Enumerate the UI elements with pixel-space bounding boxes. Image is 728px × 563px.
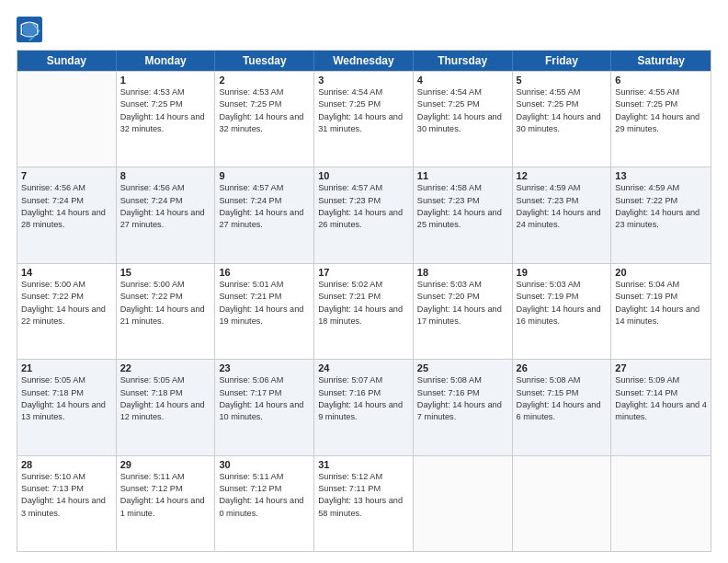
sunset-text: Sunset: 7:22 PM xyxy=(21,291,112,303)
day-cell-13: 13Sunrise: 4:59 AMSunset: 7:22 PMDayligh… xyxy=(611,167,711,262)
sunset-text: Sunset: 7:24 PM xyxy=(219,195,310,207)
daylight-text: Daylight: 14 hours and 1 minute. xyxy=(120,495,211,520)
sunrise-text: Sunrise: 4:56 AM xyxy=(21,182,112,194)
day-cell-19: 19Sunrise: 5:03 AMSunset: 7:19 PMDayligh… xyxy=(513,264,612,359)
sunrise-text: Sunrise: 5:10 AM xyxy=(21,471,112,483)
sunset-text: Sunset: 7:16 PM xyxy=(417,387,508,399)
sunset-text: Sunset: 7:25 PM xyxy=(517,98,608,110)
header-day-thursday: Thursday xyxy=(414,51,513,71)
daylight-text: Daylight: 14 hours and 18 minutes. xyxy=(318,304,409,328)
daylight-text: Daylight: 14 hours and 10 minutes. xyxy=(219,399,310,424)
sunrise-text: Sunrise: 5:01 AM xyxy=(219,279,310,291)
sunset-text: Sunset: 7:25 PM xyxy=(120,98,211,110)
day-cell-18: 18Sunrise: 5:03 AMSunset: 7:20 PMDayligh… xyxy=(414,264,513,359)
sunset-text: Sunset: 7:23 PM xyxy=(318,195,409,207)
day-cell-1: 1Sunrise: 4:53 AMSunset: 7:25 PMDaylight… xyxy=(117,72,216,167)
sunrise-text: Sunrise: 4:57 AM xyxy=(219,182,310,194)
day-number: 24 xyxy=(318,362,409,373)
sunset-text: Sunset: 7:15 PM xyxy=(517,387,608,399)
day-number: 17 xyxy=(318,267,409,278)
day-cell-21: 21Sunrise: 5:05 AMSunset: 7:18 PMDayligh… xyxy=(17,360,117,454)
sunset-text: Sunset: 7:20 PM xyxy=(417,291,508,303)
calendar-row-5: 28Sunrise: 5:10 AMSunset: 7:13 PMDayligh… xyxy=(17,455,711,551)
calendar-header: SundayMondayTuesdayWednesdayThursdayFrid… xyxy=(17,51,711,71)
day-number: 22 xyxy=(120,362,211,373)
day-number: 5 xyxy=(517,75,608,86)
daylight-text: Daylight: 13 hours and 58 minutes. xyxy=(318,495,409,520)
daylight-text: Daylight: 14 hours and 6 minutes. xyxy=(517,399,608,424)
sunset-text: Sunset: 7:21 PM xyxy=(318,291,409,303)
daylight-text: Daylight: 14 hours and 32 minutes. xyxy=(219,111,310,136)
day-number: 3 xyxy=(318,75,409,86)
sunrise-text: Sunrise: 5:11 AM xyxy=(120,471,211,483)
calendar-body: 1Sunrise: 4:53 AMSunset: 7:25 PMDaylight… xyxy=(17,71,711,551)
calendar-row-2: 7Sunrise: 4:56 AMSunset: 7:24 PMDaylight… xyxy=(17,167,711,262)
day-cell-26: 26Sunrise: 5:08 AMSunset: 7:15 PMDayligh… xyxy=(513,360,612,454)
day-cell-4: 4Sunrise: 4:54 AMSunset: 7:25 PMDaylight… xyxy=(414,72,513,167)
day-cell-17: 17Sunrise: 5:02 AMSunset: 7:21 PMDayligh… xyxy=(314,264,414,359)
day-cell-8: 8Sunrise: 4:56 AMSunset: 7:24 PMDaylight… xyxy=(117,167,216,262)
sunset-text: Sunset: 7:14 PM xyxy=(615,387,707,399)
day-number: 21 xyxy=(21,362,112,373)
daylight-text: Daylight: 14 hours and 31 minutes. xyxy=(318,111,409,136)
logo xyxy=(17,17,46,42)
sunrise-text: Sunrise: 5:07 AM xyxy=(318,374,409,386)
day-number: 10 xyxy=(318,170,409,181)
day-cell-23: 23Sunrise: 5:06 AMSunset: 7:17 PMDayligh… xyxy=(215,360,314,454)
empty-cell-r4c5 xyxy=(513,456,612,551)
day-cell-6: 6Sunrise: 4:55 AMSunset: 7:25 PMDaylight… xyxy=(611,72,711,167)
sunrise-text: Sunrise: 5:08 AM xyxy=(417,374,508,386)
header-day-tuesday: Tuesday xyxy=(215,51,314,71)
sunset-text: Sunset: 7:25 PM xyxy=(219,98,310,110)
sunrise-text: Sunrise: 4:53 AM xyxy=(219,86,310,98)
sunset-text: Sunset: 7:12 PM xyxy=(120,483,211,495)
sunrise-text: Sunrise: 4:59 AM xyxy=(517,182,608,194)
daylight-text: Daylight: 14 hours and 28 minutes. xyxy=(21,207,112,232)
day-cell-5: 5Sunrise: 4:55 AMSunset: 7:25 PMDaylight… xyxy=(513,72,612,167)
sunrise-text: Sunrise: 5:09 AM xyxy=(615,374,707,386)
daylight-text: Daylight: 14 hours and 9 minutes. xyxy=(318,399,409,424)
day-cell-30: 30Sunrise: 5:11 AMSunset: 7:12 PMDayligh… xyxy=(215,456,314,551)
sunrise-text: Sunrise: 4:59 AM xyxy=(615,182,707,194)
day-cell-25: 25Sunrise: 5:08 AMSunset: 7:16 PMDayligh… xyxy=(414,360,513,454)
day-cell-12: 12Sunrise: 4:59 AMSunset: 7:23 PMDayligh… xyxy=(513,167,612,262)
day-cell-9: 9Sunrise: 4:57 AMSunset: 7:24 PMDaylight… xyxy=(215,167,314,262)
sunrise-text: Sunrise: 5:03 AM xyxy=(417,279,508,291)
daylight-text: Daylight: 14 hours and 26 minutes. xyxy=(318,207,409,232)
daylight-text: Daylight: 14 hours and 23 minutes. xyxy=(615,207,707,232)
daylight-text: Daylight: 14 hours and 27 minutes. xyxy=(120,207,211,232)
day-cell-16: 16Sunrise: 5:01 AMSunset: 7:21 PMDayligh… xyxy=(215,264,314,359)
day-number: 12 xyxy=(517,170,608,181)
sunrise-text: Sunrise: 5:05 AM xyxy=(120,374,211,386)
sunrise-text: Sunrise: 5:03 AM xyxy=(517,279,608,291)
sunrise-text: Sunrise: 5:05 AM xyxy=(21,374,112,386)
day-cell-15: 15Sunrise: 5:00 AMSunset: 7:22 PMDayligh… xyxy=(117,264,216,359)
header-day-saturday: Saturday xyxy=(611,51,711,71)
calendar-row-1: 1Sunrise: 4:53 AMSunset: 7:25 PMDaylight… xyxy=(17,71,711,167)
day-cell-31: 31Sunrise: 5:12 AMSunset: 7:11 PMDayligh… xyxy=(314,456,414,551)
sunrise-text: Sunrise: 4:55 AM xyxy=(615,86,707,98)
daylight-text: Daylight: 14 hours and 32 minutes. xyxy=(120,111,211,136)
day-cell-3: 3Sunrise: 4:54 AMSunset: 7:25 PMDaylight… xyxy=(314,72,414,167)
daylight-text: Daylight: 14 hours and 17 minutes. xyxy=(417,304,508,328)
calendar: SundayMondayTuesdayWednesdayThursdayFrid… xyxy=(17,50,711,552)
sunset-text: Sunset: 7:16 PM xyxy=(318,387,409,399)
day-number: 15 xyxy=(120,267,211,278)
day-number: 26 xyxy=(517,362,608,373)
daylight-text: Daylight: 14 hours and 7 minutes. xyxy=(417,399,508,424)
sunrise-text: Sunrise: 4:54 AM xyxy=(417,86,508,98)
sunset-text: Sunset: 7:17 PM xyxy=(219,387,310,399)
sunrise-text: Sunrise: 5:12 AM xyxy=(318,471,409,483)
day-cell-27: 27Sunrise: 5:09 AMSunset: 7:14 PMDayligh… xyxy=(611,360,711,454)
day-number: 6 xyxy=(615,75,707,86)
sunrise-text: Sunrise: 5:00 AM xyxy=(120,279,211,291)
sunrise-text: Sunrise: 4:55 AM xyxy=(517,86,608,98)
sunset-text: Sunset: 7:18 PM xyxy=(21,387,112,399)
sunrise-text: Sunrise: 4:56 AM xyxy=(120,182,211,194)
sunset-text: Sunset: 7:24 PM xyxy=(120,195,211,207)
sunset-text: Sunset: 7:12 PM xyxy=(219,483,310,495)
day-number: 14 xyxy=(21,267,112,278)
daylight-text: Daylight: 14 hours and 30 minutes. xyxy=(417,111,508,136)
day-cell-22: 22Sunrise: 5:05 AMSunset: 7:18 PMDayligh… xyxy=(117,360,216,454)
day-number: 2 xyxy=(219,75,310,86)
